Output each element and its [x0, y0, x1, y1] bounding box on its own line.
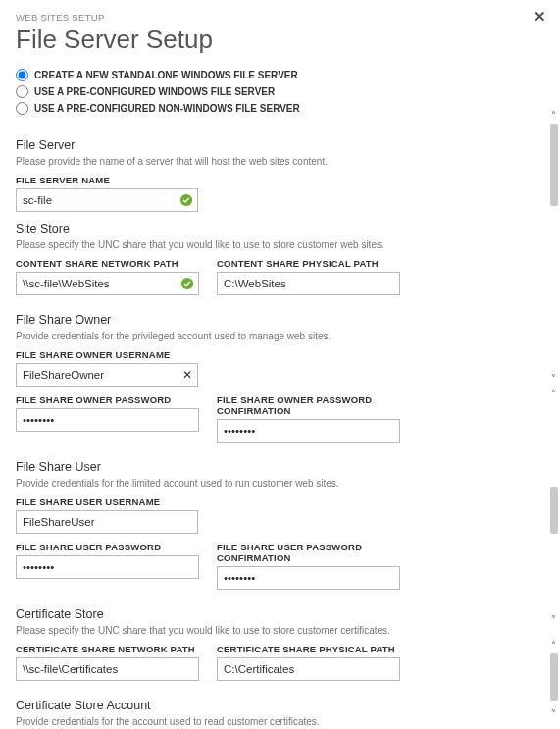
cert-net-path-label: CERTIFICATE SHARE NETWORK PATH	[16, 644, 199, 654]
cert-phys-path-input[interactable]	[217, 657, 400, 681]
section-user-title: File Share User	[16, 460, 400, 474]
owner-username-input[interactable]	[16, 363, 198, 387]
user-pw-input[interactable]	[16, 555, 199, 579]
chevron-down-icon[interactable]: ˅	[548, 708, 559, 719]
user-username-input[interactable]	[16, 510, 198, 534]
chevron-up-icon[interactable]: ˄	[548, 389, 559, 399]
content-net-path-label: CONTENT SHARE NETWORK PATH	[16, 258, 199, 269]
user-pwconf-label: FILE SHARE USER PASSWORD CONFIRMATION	[217, 542, 400, 563]
close-icon[interactable]: ✕	[534, 8, 546, 26]
user-username-label: FILE SHARE USER USERNAME	[16, 496, 400, 507]
owner-pw-label: FILE SHARE OWNER PASSWORD	[16, 394, 199, 405]
scrollbar-thumb[interactable]	[550, 124, 558, 206]
owner-pwconf-input[interactable]	[217, 419, 400, 443]
chevron-down-icon[interactable]: ˅	[548, 614, 559, 625]
section-cert-store-desc: Please specify the UNC share that you wo…	[16, 625, 400, 636]
section-file-server-desc: Please provide the name of a server that…	[16, 156, 400, 167]
scrollbar-thumb[interactable]	[550, 487, 558, 534]
chevron-up-icon[interactable]: ˄	[548, 640, 559, 651]
radio-preconfig-win-label: USE A PRE-CONFIGURED WINDOWS FILE SERVER	[34, 86, 275, 97]
radio-preconfig-win-input[interactable]	[16, 85, 28, 98]
clear-input-icon[interactable]: ✕	[182, 368, 192, 382]
radio-create-new-label: CREATE A NEW STANDALONE WINDOWS FILE SER…	[34, 70, 298, 80]
radio-preconfig-win[interactable]: USE A PRE-CONFIGURED WINDOWS FILE SERVER	[16, 85, 544, 98]
page-title: File Server Setup	[16, 25, 544, 55]
file-server-name-label: FILE SERVER NAME	[16, 175, 400, 185]
section-user-desc: Provide credentials for the limited acco…	[16, 478, 400, 489]
section-cert-acct-title: Certificate Store Account	[16, 699, 400, 712]
section-site-store-desc: Please specify the UNC share that you wo…	[16, 239, 400, 250]
owner-username-label: FILE SHARE OWNER USERNAME	[16, 349, 400, 360]
section-cert-store-title: Certificate Store	[16, 607, 400, 621]
scrollbar-thumb[interactable]	[550, 653, 558, 701]
owner-pwconf-label: FILE SHARE OWNER PASSWORD CONFIRMATION	[217, 394, 400, 416]
section-owner-title: File Share Owner	[16, 313, 400, 327]
radio-create-new[interactable]: CREATE A NEW STANDALONE WINDOWS FILE SER…	[16, 69, 544, 81]
file-server-name-input[interactable]	[16, 188, 198, 212]
cert-phys-path-label: CERTIFICATE SHARE PHYSICAL PATH	[217, 644, 400, 654]
radio-preconfig-nonwin-input[interactable]	[16, 102, 28, 115]
breadcrumb: WEB SITES SETUP	[16, 12, 544, 23]
chevron-up-icon[interactable]: ˄	[548, 110, 559, 121]
section-owner-desc: Provide credentials for the privileged a…	[16, 331, 400, 341]
section-file-server-title: File Server	[16, 138, 400, 152]
radio-create-new-input[interactable]	[16, 69, 28, 81]
content-net-path-input[interactable]	[16, 272, 199, 295]
radio-preconfig-nonwin[interactable]: USE A PRE-CONFIGURED NON-WINDOWS FILE SE…	[16, 102, 544, 115]
user-pw-label: FILE SHARE USER PASSWORD	[16, 542, 199, 552]
section-site-store-title: Site Store	[16, 222, 400, 235]
user-pwconf-input[interactable]	[217, 566, 400, 590]
content-phys-path-input[interactable]	[217, 272, 400, 295]
radio-preconfig-nonwin-label: USE A PRE-CONFIGURED NON-WINDOWS FILE SE…	[34, 103, 300, 114]
form-scroll-area[interactable]: File Server Please provide the name of a…	[16, 129, 544, 729]
section-cert-acct-desc: Provide credentials for the account used…	[16, 716, 400, 727]
content-phys-path-label: CONTENT SHARE PHYSICAL PATH	[217, 258, 400, 269]
owner-pw-input[interactable]	[16, 408, 199, 432]
form-body: File Server Please provide the name of a…	[16, 138, 400, 729]
cert-net-path-input[interactable]	[16, 657, 199, 681]
server-type-radio-group: CREATE A NEW STANDALONE WINDOWS FILE SER…	[16, 69, 544, 115]
setup-panel: ✕ WEB SITES SETUP File Server Setup CREA…	[0, 0, 560, 729]
chevron-down-icon[interactable]: ˅	[548, 373, 559, 384]
